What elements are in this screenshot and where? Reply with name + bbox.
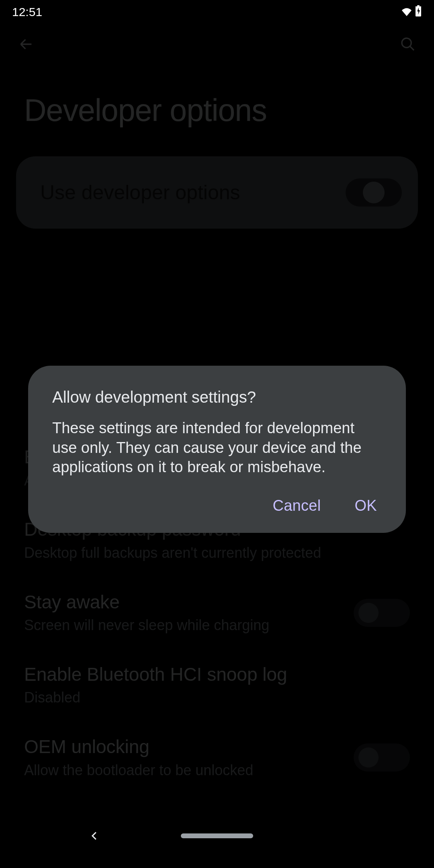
dialog-body: These settings are intended for developm…: [52, 418, 382, 477]
status-bar: 12:51: [0, 0, 434, 24]
dialog-title: Allow development settings?: [52, 388, 382, 406]
battery-charging-icon: [415, 5, 422, 19]
cancel-button[interactable]: Cancel: [268, 493, 326, 518]
nav-home-pill[interactable]: [181, 833, 253, 838]
wifi-icon: [401, 5, 412, 19]
allow-development-settings-dialog: Allow development settings? These settin…: [28, 366, 406, 533]
status-time: 12:51: [12, 5, 42, 19]
system-navigation-bar: [0, 824, 434, 848]
ok-button[interactable]: OK: [350, 493, 382, 518]
nav-back-icon[interactable]: [88, 830, 100, 842]
